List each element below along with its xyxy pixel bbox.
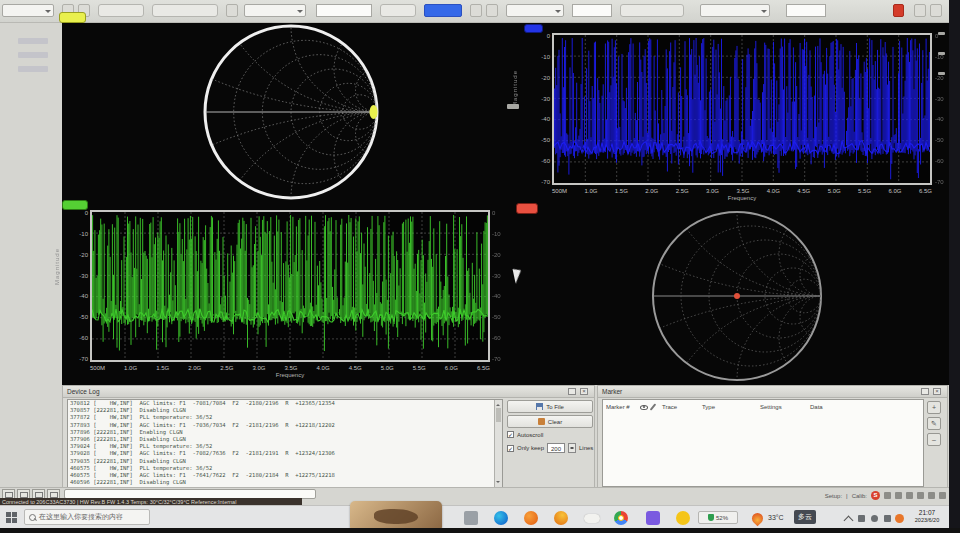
delete-marker-button[interactable]: – — [927, 433, 941, 446]
gear-icon[interactable] — [914, 4, 926, 17]
close-panel-icon[interactable]: × — [933, 388, 941, 395]
scroll-up-icon[interactable] — [496, 402, 500, 406]
trace-tab-blue[interactable] — [524, 24, 543, 33]
firefox-icon[interactable] — [554, 511, 568, 525]
plot-edge-mark — [938, 52, 945, 55]
log-line: 460596 [222281,INF] Disabling CLGN — [68, 479, 502, 486]
start-button[interactable] — [6, 512, 17, 523]
step-down-icon[interactable] — [570, 447, 574, 451]
system-status-pill[interactable]: 52% — [698, 511, 738, 524]
toolbar-control[interactable] — [152, 4, 218, 17]
sidebar-item[interactable] — [18, 52, 48, 58]
marker-table[interactable]: Marker # Trace Type Settings Data — [602, 399, 924, 487]
tray-icon[interactable] — [884, 515, 891, 522]
chevron-down-icon — [297, 10, 303, 16]
trace-tab-red[interactable] — [516, 203, 538, 214]
only-keep-checkbox-row[interactable]: ✓ Only keep 200 Lines — [507, 443, 593, 453]
calibration-status-icon[interactable]: S — [871, 491, 880, 500]
axis-tick-label: 6.0G — [445, 365, 458, 371]
axis-tick-label: 4.5G — [797, 188, 810, 194]
log-lines: 370812 [ HW,INF] AGC limits: F1 -7081/70… — [68, 400, 502, 486]
toolbar-dropdown[interactable] — [244, 4, 306, 17]
toolbar-control[interactable] — [380, 4, 416, 17]
axis-tick-label: -20 — [541, 75, 550, 81]
toolbar-input[interactable] — [316, 4, 372, 17]
status-icon[interactable] — [928, 492, 935, 499]
float-panel-icon[interactable] — [568, 388, 576, 395]
scroll-thumb[interactable] — [496, 408, 501, 422]
toolbar-dropdown[interactable] — [2, 4, 54, 17]
splitter-handle[interactable] — [507, 104, 519, 109]
status-icon[interactable] — [917, 492, 924, 499]
sidebar-item[interactable] — [18, 66, 48, 72]
log-line: 379035 [222281,INF] Disabling CLGN — [68, 458, 502, 465]
taskbar-clock[interactable]: 21:07 2023/6/20 — [906, 509, 948, 524]
tray-icon[interactable] — [858, 515, 865, 522]
lines-count-stepper[interactable] — [568, 443, 576, 453]
toolbar-input[interactable] — [786, 4, 826, 17]
status-icon[interactable] — [939, 492, 946, 499]
status-icon[interactable] — [906, 492, 913, 499]
toolbar-icon-button[interactable] — [226, 4, 238, 17]
cloud-app-icon[interactable] — [584, 514, 600, 523]
scroll-down-icon[interactable] — [496, 481, 500, 485]
purple-app-icon[interactable] — [646, 511, 660, 525]
taskbar-search[interactable]: 在这里输入你要搜索的内容 — [24, 509, 150, 525]
lines-count-input[interactable]: 200 — [547, 443, 565, 453]
toolbar-control[interactable] — [98, 4, 144, 17]
trace-tab-green[interactable] — [62, 200, 88, 210]
axis-tick-label: -70 — [541, 179, 550, 185]
toolbar-dropdown[interactable] — [506, 4, 564, 17]
alert-icon[interactable] — [893, 4, 904, 17]
screen: 0-10-20-30-40-50-60-70 Magnitude 500M1.0… — [0, 0, 960, 533]
chrome-icon[interactable] — [614, 511, 628, 525]
app-status-bar: Connected to 206C33AC3730 | HW Rev.B FW … — [0, 487, 960, 506]
smiley-app-icon[interactable] — [676, 511, 690, 525]
axis-tick-label: -40 — [935, 116, 944, 122]
to-file-button[interactable]: To File — [507, 400, 593, 413]
float-panel-icon[interactable] — [921, 388, 929, 395]
checkbox-checked-icon[interactable]: ✓ — [507, 445, 514, 452]
tray-expand-icon[interactable] — [844, 516, 854, 526]
zoom-out-icon[interactable] — [486, 4, 498, 17]
autoscroll-checkbox-row[interactable]: ✓ Autoscroll — [507, 431, 543, 438]
weather-icon[interactable] — [750, 511, 766, 527]
edit-marker-button[interactable]: ✎ — [927, 417, 941, 430]
toolbar-control[interactable] — [620, 4, 684, 17]
toolbar-dropdown[interactable] — [700, 4, 770, 17]
log-line: 460575 [ HW,INF] AGC limits: F1 -7641/76… — [68, 472, 502, 479]
tray-icon[interactable] — [871, 515, 878, 522]
orange-app-icon[interactable] — [524, 511, 538, 525]
pin-icon[interactable] — [930, 4, 942, 17]
trace-tab-yellow[interactable] — [59, 12, 86, 23]
status-icon[interactable] — [884, 492, 891, 499]
edge-browser-icon[interactable] — [494, 511, 508, 525]
close-panel-icon[interactable]: × — [580, 388, 588, 395]
axis-tick-label: -20 — [79, 252, 88, 258]
toolbar-active-button[interactable] — [424, 4, 462, 17]
flag-app-icon[interactable] — [464, 511, 478, 525]
axis-tick-label: -70 — [79, 356, 88, 362]
axis-tick-label: -40 — [492, 293, 501, 299]
zoom-in-icon[interactable] — [470, 4, 482, 17]
axis-tick-label: 0 — [547, 33, 550, 39]
axis-tick-label: 3.5G — [736, 188, 749, 194]
smith-chart-top-left[interactable] — [62, 22, 505, 200]
add-marker-button[interactable]: + — [927, 401, 941, 414]
tray-orange-icon[interactable] — [895, 514, 904, 523]
device-log-list[interactable]: 370812 [ HW,INF] AGC limits: F1 -7081/70… — [67, 399, 503, 488]
clear-button[interactable]: Clear — [507, 415, 593, 428]
sidebar-item[interactable] — [18, 38, 48, 44]
log-scrollbar[interactable] — [494, 400, 502, 487]
shield-icon — [708, 514, 714, 521]
plot-edge-mark — [938, 32, 945, 35]
smith-chart-bottom-right[interactable] — [505, 200, 948, 385]
col-trace: Trace — [662, 404, 702, 410]
weather-description[interactable]: 多云 — [794, 510, 816, 524]
monitor-bezel-right — [949, 0, 960, 533]
toolbar-input[interactable] — [572, 4, 612, 17]
weather-temperature[interactable]: 33°C — [768, 514, 784, 521]
axis-tick-label: -20 — [935, 75, 944, 81]
checkbox-checked-icon[interactable]: ✓ — [507, 431, 514, 438]
status-icon[interactable] — [895, 492, 902, 499]
